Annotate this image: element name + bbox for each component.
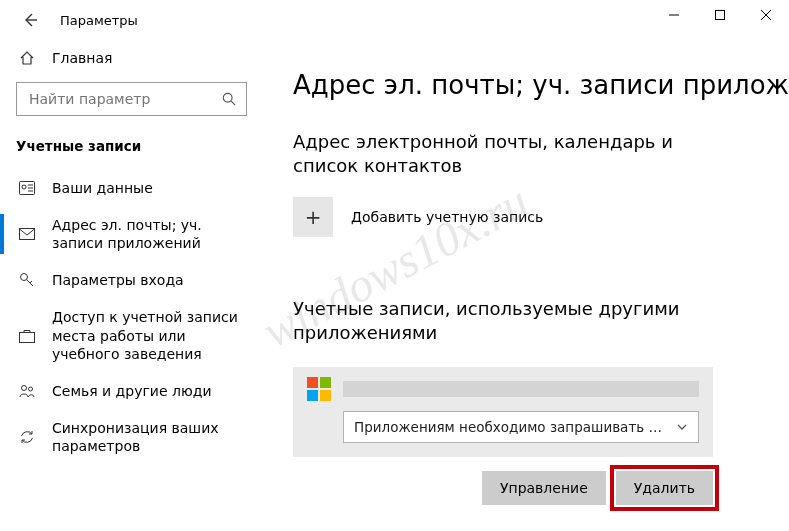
section-heading-email: Адрес электронной почты, календарь и спи… (293, 130, 693, 179)
account-row (307, 377, 699, 401)
svg-point-8 (29, 387, 33, 391)
sidebar-home[interactable]: Главная (16, 40, 247, 76)
person-card-icon (18, 181, 36, 195)
sync-icon (18, 429, 36, 445)
search-box[interactable] (16, 82, 247, 116)
sidebar-item-your-info[interactable]: Ваши данные (16, 168, 247, 208)
microsoft-logo-icon (307, 377, 331, 401)
delete-button[interactable]: Удалить (616, 471, 713, 505)
add-account-button[interactable]: + Добавить учетную запись (293, 197, 789, 237)
content: Адрес эл. почты; уч. записи прилож Адрес… (263, 40, 789, 531)
account-card[interactable]: Приложениям необходимо запрашивать разре (293, 367, 713, 457)
action-row: Управление Удалить (293, 471, 713, 505)
maximize-button[interactable] (697, 0, 743, 30)
sidebar-item-work-access[interactable]: Доступ к учетной записи места работы или… (16, 300, 247, 371)
sidebar-home-label: Главная (52, 50, 112, 66)
sidebar: Главная Учетные записи Ваши данные Адрес… (0, 40, 263, 531)
sidebar-item-label: Семья и другие люди (52, 382, 245, 400)
sidebar-item-label: Адрес эл. почты; уч. записи приложений (52, 216, 245, 252)
maximize-icon (715, 10, 725, 20)
plus-icon: + (293, 197, 333, 237)
window-controls (651, 0, 789, 30)
briefcase-icon (18, 329, 36, 343)
title-bar: Параметры (0, 0, 789, 40)
manage-button[interactable]: Управление (482, 471, 606, 505)
sidebar-item-label: Синхронизация ваших параметров (52, 419, 245, 455)
key-icon (18, 272, 36, 288)
account-permission-select[interactable]: Приложениям необходимо запрашивать разре (343, 411, 699, 443)
close-icon (761, 10, 771, 20)
sidebar-item-sync[interactable]: Синхронизация ваших параметров (16, 411, 247, 463)
svg-point-1 (223, 93, 232, 102)
page-title: Адрес эл. почты; уч. записи прилож (293, 70, 789, 100)
sidebar-item-label: Доступ к учетной записи места работы или… (52, 308, 245, 363)
svg-point-7 (22, 385, 27, 390)
minimize-icon (669, 10, 679, 20)
account-name-redacted (343, 381, 699, 397)
chevron-down-icon (676, 421, 688, 433)
svg-rect-4 (20, 229, 35, 240)
add-account-label: Добавить учетную запись (351, 209, 543, 225)
home-icon (18, 50, 36, 66)
select-value: Приложениям необходимо запрашивать разре (354, 419, 668, 435)
search-icon (222, 92, 236, 106)
people-icon (18, 384, 36, 398)
sidebar-item-family[interactable]: Семья и другие люди (16, 371, 247, 411)
sidebar-nav: Ваши данные Адрес эл. почты; уч. записи … (16, 168, 247, 463)
sidebar-item-label: Ваши данные (52, 179, 245, 197)
sidebar-item-label: Параметры входа (52, 271, 245, 289)
mail-icon (18, 228, 36, 240)
window-title: Параметры (60, 13, 138, 28)
section-heading-other-apps: Учетные записи, используемые другими при… (293, 297, 693, 346)
back-button[interactable] (18, 8, 42, 32)
svg-rect-6 (20, 332, 35, 342)
arrow-left-icon (22, 12, 38, 28)
sidebar-item-signin-options[interactable]: Параметры входа (16, 260, 247, 300)
sidebar-item-email-accounts[interactable]: Адрес эл. почты; уч. записи приложений (16, 208, 247, 260)
svg-point-5 (21, 274, 28, 281)
close-button[interactable] (743, 0, 789, 30)
svg-point-3 (22, 185, 26, 189)
svg-rect-0 (716, 11, 725, 20)
search-input[interactable] (27, 90, 222, 108)
minimize-button[interactable] (651, 0, 697, 30)
sidebar-section-label: Учетные записи (16, 138, 247, 154)
